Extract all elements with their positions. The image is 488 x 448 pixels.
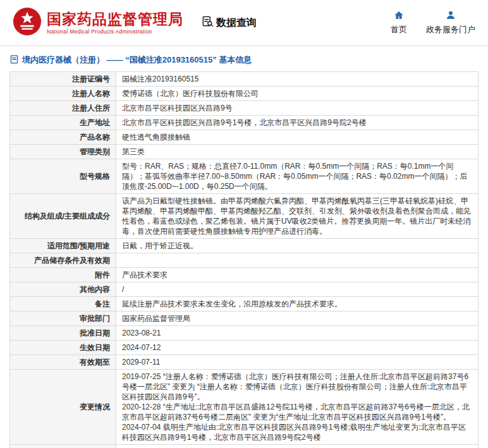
info-table: 注册证编号国械注准20193160515注册人名称爱博诺德（北京）医疗科技股份有… — [9, 71, 479, 448]
row-label: 附件 — [10, 268, 116, 282]
row-label: 批准日期 — [10, 326, 116, 341]
row-value: 第三类 — [116, 145, 479, 159]
nmpa-emblem-icon — [13, 7, 42, 39]
header-nav: 首页 政务服务门户 — [391, 10, 475, 35]
home-icon — [394, 10, 404, 22]
row-label: 生产地址 — [10, 116, 116, 130]
row-value: 2019-07-25 “注册人名称：爱博诺德（北京）医疗科技有限公司；注册人住所… — [116, 370, 479, 445]
table-row: 有效期至2029-07-11 — [10, 355, 479, 370]
site-subtitle: National Medical Products Administration — [47, 28, 183, 35]
nav-portal-label: 政务服务门户 — [426, 24, 475, 35]
row-value: 北京市昌平区科技园区兴昌路9号 — [116, 101, 479, 116]
row-label: 产品储存条件及有效期 — [10, 253, 116, 268]
row-value: / — [116, 282, 479, 297]
row-label: 注册证编号 — [10, 72, 116, 87]
header-divider — [0, 45, 488, 46]
row-value: 硬性透气角膜接触镜 — [116, 130, 479, 145]
row-value: 2023-08-21 — [116, 326, 479, 341]
table-row: 型号规格型号：RAR、RAS；规格：总直径7.0-11.0mm（RAR：每0.5… — [10, 159, 479, 194]
row-label: 注册人名称 — [10, 87, 116, 101]
table-row: 审批部门国家药品监督管理局 — [10, 312, 479, 326]
nav-data-query[interactable]: 数据查询 — [201, 15, 257, 30]
row-label: 有效期至 — [10, 355, 116, 370]
table-row: 其他内容/ — [10, 282, 479, 297]
row-value: 产品技术要求 — [116, 268, 479, 282]
row-label: 型号规格 — [10, 159, 116, 194]
nav-portal[interactable]: 政务服务门户 — [426, 10, 475, 35]
row-label: 管理类别 — [10, 145, 116, 159]
site-title: 国家药品监督管理局 — [47, 11, 183, 27]
user-icon — [446, 10, 456, 22]
row-label: 备注 — [10, 297, 116, 312]
table-row: 注册人住所北京市昌平区科技园区兴昌路9号 — [10, 101, 479, 116]
row-value: 该产品为日戴型硬性接触镜。由甲基丙烯酸六氟异丙酯、甲基丙烯酰氧丙基三(三甲基硅氧… — [116, 194, 479, 239]
row-label: 适用范围/预期用途 — [10, 239, 116, 253]
row-value: 详情 — [116, 445, 479, 448]
row-label: 其他内容 — [10, 282, 116, 297]
data-query-label: 数据查询 — [216, 16, 257, 30]
row-label: 审批部门 — [10, 312, 116, 326]
table-row: 备注延续注册产品技术要求未发生变化，沿用原核发的产品技术要求。 — [10, 297, 479, 312]
table-row: 管理类别第三类 — [10, 145, 479, 159]
row-value: 型号：RAR、RAS；规格：总直径7.0-11.0mm（RAR：每0.5mm一个… — [116, 159, 479, 194]
row-value: 2029-07-11 — [116, 355, 479, 370]
row-label: 生效日期 — [10, 341, 116, 355]
table-row: 生效日期2024-07-12 — [10, 341, 479, 355]
row-value: 延续注册产品技术要求未发生变化，沿用原核发的产品技术要求。 — [116, 297, 479, 312]
nav-home[interactable]: 首页 — [391, 10, 407, 35]
registration-info-section: 注册证编号国械注准20193160515注册人名称爱博诺德（北京）医疗科技股份有… — [0, 71, 488, 448]
document-icon — [10, 55, 18, 66]
table-row: 附件产品技术要求 — [10, 268, 479, 282]
info-table-body: 注册证编号国械注准20193160515注册人名称爱博诺德（北京）医疗科技股份有… — [10, 72, 479, 448]
row-label: 注 — [10, 445, 116, 448]
row-value: 国家药品监督管理局 — [116, 312, 479, 326]
table-row: 适用范围/预期用途日戴，用于矫正近视。 — [10, 239, 479, 253]
row-label: 结构及组成/主要组成成分 — [10, 194, 116, 239]
nmpa-logo: 国家药品监督管理局 National Medical Products Admi… — [13, 7, 183, 39]
table-row: 注册证编号国械注准20193160515 — [10, 72, 479, 87]
row-value — [116, 253, 479, 268]
row-value: 2024-07-12 — [116, 341, 479, 355]
row-value: 国械注准20193160515 — [116, 72, 479, 87]
table-row: 注详情 — [10, 445, 479, 448]
row-label: 注册人住所 — [10, 101, 116, 116]
data-query-icon — [201, 15, 214, 30]
site-header: 国家药品监督管理局 National Medical Products Admi… — [0, 0, 488, 45]
row-value: 爱博诺德（北京）医疗科技股份有限公司 — [116, 87, 479, 101]
table-row: 变更情况2019-07-25 “注册人名称：爱博诺德（北京）医疗科技有限公司；注… — [10, 370, 479, 445]
table-row: 产品名称硬性透气角膜接触镜 — [10, 130, 479, 145]
row-label: 变更情况 — [10, 370, 116, 445]
nav-home-label: 首页 — [391, 24, 407, 35]
breadcrumb-text: 境内医疗器械（注册） —— “国械注准20193160515” 基本信息 — [22, 54, 252, 66]
row-label: 产品名称 — [10, 130, 116, 145]
table-row: 批准日期2023-08-21 — [10, 326, 479, 341]
table-row: 生产地址北京市昌平区科技园区兴昌路9号1号楼，北京市昌平区兴昌路9号院2号楼 — [10, 116, 479, 130]
table-row: 产品储存条件及有效期 — [10, 253, 479, 268]
row-value: 日戴，用于矫正近视。 — [116, 239, 479, 253]
row-value: 北京市昌平区科技园区兴昌路9号1号楼，北京市昌平区兴昌路9号院2号楼 — [116, 116, 479, 130]
table-row: 注册人名称爱博诺德（北京）医疗科技股份有限公司 — [10, 87, 479, 101]
table-row: 结构及组成/主要组成成分该产品为日戴型硬性接触镜。由甲基丙烯酸六氟异丙酯、甲基丙… — [10, 194, 479, 239]
breadcrumb: 境内医疗器械（注册） —— “国械注准20193160515” 基本信息 — [10, 54, 478, 66]
